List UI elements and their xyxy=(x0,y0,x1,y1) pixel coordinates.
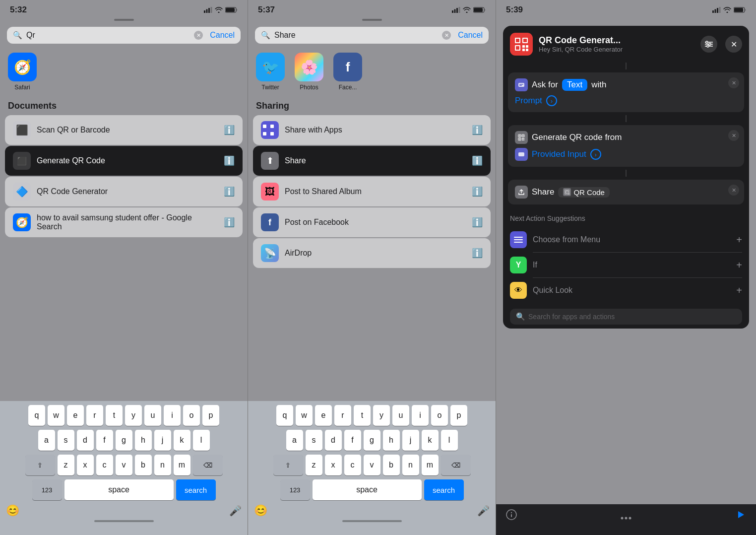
facebook-info[interactable]: ℹ️ xyxy=(472,217,483,228)
qr-code-pill[interactable]: QR Code xyxy=(558,187,610,198)
key-r[interactable]: r xyxy=(86,405,103,426)
shortcuts-close-btn[interactable]: ✕ xyxy=(725,36,742,53)
key-g[interactable]: g xyxy=(116,430,132,451)
action-2-close[interactable]: ✕ xyxy=(728,130,739,141)
key-j[interactable]: j xyxy=(154,430,171,451)
app-icon-twitter[interactable]: 🐦 Twitter xyxy=(256,53,285,91)
search-cancel-btn-2[interactable]: Cancel xyxy=(458,31,483,40)
key-t[interactable]: t xyxy=(106,405,123,426)
if-add[interactable]: + xyxy=(736,260,742,271)
list-item-share[interactable]: ⬆ Share ℹ️ xyxy=(253,146,491,176)
key2-t[interactable]: t xyxy=(354,405,371,426)
key-e[interactable]: e xyxy=(67,405,84,426)
key-y[interactable]: y xyxy=(125,405,142,426)
suggestion-choose-menu[interactable]: Choose from Menu + xyxy=(510,227,742,252)
key2-w[interactable]: w xyxy=(296,405,313,426)
key2-c[interactable]: c xyxy=(344,455,361,475)
key2-r[interactable]: r xyxy=(334,405,351,426)
key2-k[interactable]: k xyxy=(422,430,439,451)
choose-menu-add[interactable]: + xyxy=(736,234,742,246)
search-clear-btn-1[interactable]: ✕ xyxy=(194,31,203,40)
key2-x[interactable]: x xyxy=(325,455,342,475)
airdrop-info[interactable]: ℹ️ xyxy=(472,248,483,259)
key-u[interactable]: u xyxy=(144,405,161,426)
action-share-qr[interactable]: ✕ Share xyxy=(508,180,744,204)
shared-album-info[interactable]: ℹ️ xyxy=(472,186,483,197)
mic-key[interactable]: 🎤 xyxy=(229,505,242,517)
key-x[interactable]: x xyxy=(77,455,94,475)
key2-backspace[interactable]: ⌫ xyxy=(441,455,471,475)
key-q[interactable]: q xyxy=(28,405,45,426)
key2-p[interactable]: p xyxy=(450,405,467,426)
emoji-key[interactable]: 😊 xyxy=(6,504,19,517)
key-m[interactable]: m xyxy=(174,455,190,475)
key2-q[interactable]: q xyxy=(276,405,293,426)
provided-input-label[interactable]: Provided Input xyxy=(532,149,586,159)
list-item-generate-qr[interactable]: ⬛ Generate QR Code ℹ️ xyxy=(5,146,243,176)
prompt-arrow[interactable]: › xyxy=(546,95,557,106)
key-w[interactable]: w xyxy=(48,405,64,426)
list-item-qr-generator[interactable]: 🔷 QR Code Generator ℹ️ xyxy=(5,177,243,206)
key2-o[interactable]: o xyxy=(431,405,448,426)
list-item-facebook[interactable]: f Post on Facebook ℹ️ xyxy=(253,207,491,237)
key2-s[interactable]: s xyxy=(306,430,322,451)
key-search[interactable]: search xyxy=(176,479,216,500)
key-h[interactable]: h xyxy=(135,430,152,451)
share-info[interactable]: ℹ️ xyxy=(472,155,483,166)
search-clear-btn-2[interactable]: ✕ xyxy=(442,31,451,40)
share-apps-info[interactable]: ℹ️ xyxy=(472,125,483,135)
key-f[interactable]: f xyxy=(96,430,113,451)
key-k[interactable]: k xyxy=(174,430,190,451)
key-i[interactable]: i xyxy=(164,405,181,426)
key-n[interactable]: n xyxy=(154,455,171,475)
key2-z[interactable]: z xyxy=(306,455,322,475)
list-item-share-apps[interactable]: Share with Apps ℹ️ xyxy=(253,115,491,145)
key2-search[interactable]: search xyxy=(424,479,464,500)
generate-qr-info[interactable]: ℹ️ xyxy=(224,155,235,166)
drag-handle-1[interactable] xyxy=(114,19,134,21)
key2-h[interactable]: h xyxy=(383,430,400,451)
key2-l[interactable]: l xyxy=(441,430,458,451)
toolbar-play-btn[interactable] xyxy=(735,509,746,523)
emoji-key-2[interactable]: 😊 xyxy=(254,504,267,517)
key2-m[interactable]: m xyxy=(422,455,439,475)
action-generate-qr[interactable]: ✕ Generate QR c xyxy=(508,125,744,167)
key-s[interactable]: s xyxy=(58,430,74,451)
key-p[interactable]: p xyxy=(202,405,219,426)
key-d[interactable]: d xyxy=(77,430,94,451)
drag-handle-2[interactable] xyxy=(362,19,382,21)
list-item-airdrop[interactable]: 📡 AirDrop ℹ️ xyxy=(253,238,491,268)
key-v[interactable]: v xyxy=(116,455,132,475)
app-icon-photos[interactable]: 🌸 Photos xyxy=(295,53,323,91)
google-search-info[interactable]: ℹ️ xyxy=(224,217,235,228)
mic-key-2[interactable]: 🎤 xyxy=(477,505,490,517)
shortcuts-search-bar[interactable]: 🔍 Search for apps and actions xyxy=(503,306,749,329)
action-ask-text[interactable]: ✕ Ask for Text with Prompt › xyxy=(508,72,744,112)
key2-f[interactable]: f xyxy=(344,430,361,451)
app-icon-facebook[interactable]: f Face... xyxy=(333,53,362,91)
key2-y[interactable]: y xyxy=(373,405,390,426)
key2-b[interactable]: b xyxy=(383,455,400,475)
text-pill[interactable]: Text xyxy=(562,79,587,91)
suggestion-if[interactable]: Y If + xyxy=(510,253,742,277)
search-bar-2[interactable]: 🔍 Share ✕ Cancel xyxy=(255,27,489,44)
list-item-scan-qr[interactable]: ⬛ Scan QR or Barcode ℹ️ xyxy=(5,115,243,145)
key-c[interactable]: c xyxy=(96,455,113,475)
toolbar-dots-btn[interactable] xyxy=(621,510,631,523)
list-item-shared-album[interactable]: 🖼 Post to Shared Album ℹ️ xyxy=(253,177,491,206)
key-z[interactable]: z xyxy=(58,455,74,475)
key-shift[interactable]: ⇧ xyxy=(25,455,55,475)
qr-generator-info[interactable]: ℹ️ xyxy=(224,186,235,197)
list-item-google-search[interactable]: 🧭 how to avail samsung student offer - G… xyxy=(5,207,243,237)
key2-space[interactable]: space xyxy=(313,479,422,500)
action-3-close[interactable]: ✕ xyxy=(728,185,739,196)
search-input-text-2[interactable]: Share xyxy=(274,31,438,40)
shortcuts-search-input[interactable]: 🔍 Search for apps and actions xyxy=(510,309,742,325)
quick-look-add[interactable]: + xyxy=(736,285,742,296)
provided-input-arrow[interactable]: › xyxy=(590,149,601,160)
key2-a[interactable]: a xyxy=(286,430,303,451)
prompt-label[interactable]: Prompt xyxy=(515,96,542,106)
key-l[interactable]: l xyxy=(193,430,210,451)
toolbar-info-btn[interactable] xyxy=(506,509,517,523)
app-icon-safari[interactable]: 🧭 Safari xyxy=(8,53,37,91)
